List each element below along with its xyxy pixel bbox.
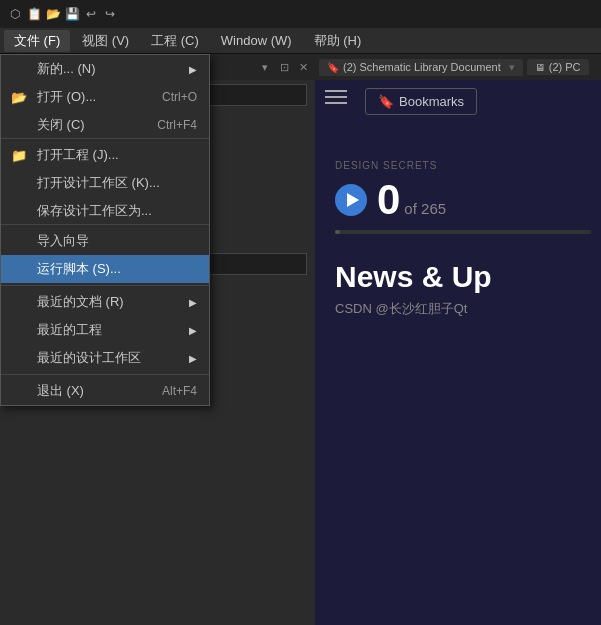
close-shortcut: Ctrl+F4 xyxy=(157,118,197,132)
web-tab-schematic[interactable]: 🔖 (2) Schematic Library Document ▾ xyxy=(319,59,523,76)
bookmarks-button[interactable]: 🔖 Bookmarks xyxy=(365,88,477,115)
dropdown-label-close: 关闭 (C) xyxy=(37,116,85,134)
dropdown-item-exit[interactable]: 退出 (X) Alt+F4 xyxy=(1,377,209,405)
tab-controls: ▾ ⊡ ✕ xyxy=(257,59,311,75)
design-secrets-section: DESIGN SECRETS 0 of 265 xyxy=(335,160,591,221)
pc-tab-icon: 🖥 xyxy=(535,62,545,73)
hamburger-line-1 xyxy=(325,90,347,92)
tab-ctrl-dropdown[interactable]: ▾ xyxy=(257,59,273,75)
dropdown-label-open-project: 打开工程 (J)... xyxy=(37,146,119,164)
dropdown-item-open-project[interactable]: 📁 打开工程 (J)... xyxy=(1,141,209,169)
file-dropdown-menu: 新的... (N) ▶ 📂 打开 (O)... Ctrl+O 关闭 (C) Ct… xyxy=(0,54,210,406)
tb-redo[interactable]: ↪ xyxy=(103,7,117,21)
tb-icon-3[interactable]: 💾 xyxy=(65,7,79,21)
dropdown-item-close[interactable]: 关闭 (C) Ctrl+F4 xyxy=(1,111,209,139)
open-shortcut: Ctrl+O xyxy=(162,90,197,104)
hamburger-line-2 xyxy=(325,96,347,98)
menu-file[interactable]: 文件 (F) xyxy=(4,30,70,52)
web-tab-pc[interactable]: 🖥 (2) PC xyxy=(527,59,589,75)
dropdown-label-open: 打开 (O)... xyxy=(37,88,96,106)
recent-projects-arrow: ▶ xyxy=(189,325,197,336)
menu-bar: 文件 (F) 视图 (V) 工程 (C) Window (W) 帮助 (H) xyxy=(0,28,601,54)
dropdown-divider-1 xyxy=(1,285,209,286)
dropdown-label-recent-workspaces: 最近的设计工作区 xyxy=(37,349,141,367)
app-icon: ⬡ xyxy=(8,7,22,21)
dropdown-label-exit: 退出 (X) xyxy=(37,382,84,400)
tb-undo[interactable]: ↩ xyxy=(84,7,98,21)
menu-window[interactable]: Window (W) xyxy=(211,31,302,50)
news-section: News & Up CSDN @长沙红胆子Qt xyxy=(335,260,591,318)
progress-bar-fill xyxy=(335,230,340,234)
arrow-icon: ▶ xyxy=(189,64,197,75)
tb-icon-2[interactable]: 📂 xyxy=(46,7,60,21)
right-panel: 🔖 (2) Schematic Library Document ▾ 🖥 (2)… xyxy=(315,54,601,625)
dropdown-item-open[interactable]: 📂 打开 (O)... Ctrl+O xyxy=(1,83,209,111)
progress-bar xyxy=(335,230,591,234)
counter-of: of 265 xyxy=(404,200,446,217)
bookmarks-label: Bookmarks xyxy=(399,94,464,109)
dropdown-item-recent-workspaces[interactable]: 最近的设计工作区 ▶ xyxy=(1,344,209,372)
menu-help[interactable]: 帮助 (H) xyxy=(304,30,372,52)
web-content: 🔖 Bookmarks DESIGN SECRETS 0 of 265 xyxy=(315,80,601,625)
dropdown-item-recent-projects[interactable]: 最近的工程 ▶ xyxy=(1,316,209,344)
dropdown-item-save-workspace[interactable]: 保存设计工作区为... xyxy=(1,197,209,225)
bookmark-tab-icon: 🔖 xyxy=(327,62,339,73)
tb-icon-1[interactable]: 📋 xyxy=(27,7,41,21)
hamburger-line-3 xyxy=(325,102,347,104)
dropdown-item-new[interactable]: 新的... (N) ▶ xyxy=(1,55,209,83)
dropdown-label-recent-projects: 最近的工程 xyxy=(37,321,102,339)
tab-ctrl-float[interactable]: ⊡ xyxy=(276,59,292,75)
recent-workspaces-arrow: ▶ xyxy=(189,353,197,364)
open-icon: 📂 xyxy=(9,90,29,105)
dropdown-label-run-script: 运行脚本 (S)... xyxy=(37,260,121,278)
news-title: News & Up xyxy=(335,260,591,294)
recent-docs-arrow: ▶ xyxy=(189,297,197,308)
dropdown-label-save-workspace: 保存设计工作区为... xyxy=(37,202,152,220)
tab-dropdown-icon[interactable]: ▾ xyxy=(509,61,515,74)
news-subtitle: CSDN @长沙红胆子Qt xyxy=(335,300,591,318)
dropdown-item-open-workspace[interactable]: 打开设计工作区 (K)... xyxy=(1,169,209,197)
menu-project[interactable]: 工程 (C) xyxy=(141,30,209,52)
menu-view[interactable]: 视图 (V) xyxy=(72,30,139,52)
web-tab-pc-label: (2) PC xyxy=(549,61,581,73)
hamburger-menu[interactable] xyxy=(325,90,347,104)
bookmark-icon: 🔖 xyxy=(378,94,394,109)
dropdown-label-recent-docs: 最近的文档 (R) xyxy=(37,293,124,311)
counter-text: 0 of 265 xyxy=(377,179,446,221)
dropdown-label-open-workspace: 打开设计工作区 (K)... xyxy=(37,174,160,192)
counter-number: 0 xyxy=(377,179,400,221)
title-bar-icons: ⬡ 📋 📂 💾 ↩ ↪ xyxy=(8,7,117,21)
dropdown-divider-2 xyxy=(1,374,209,375)
dropdown-label-new: 新的... (N) xyxy=(37,60,96,78)
play-button[interactable] xyxy=(335,184,367,216)
title-bar: ⬡ 📋 📂 💾 ↩ ↪ xyxy=(0,0,601,28)
open-project-icon: 📁 xyxy=(9,148,29,163)
dropdown-item-recent-docs[interactable]: 最近的文档 (R) ▶ xyxy=(1,288,209,316)
web-tab-label: (2) Schematic Library Document xyxy=(343,61,501,73)
dropdown-item-import[interactable]: 导入向导 xyxy=(1,227,209,255)
dropdown-item-run-script[interactable]: 运行脚本 (S)... xyxy=(1,255,209,283)
play-icon xyxy=(347,193,359,207)
web-tab-bar: 🔖 (2) Schematic Library Document ▾ 🖥 (2)… xyxy=(315,54,601,80)
dropdown-label-import: 导入向导 xyxy=(37,232,89,250)
design-secrets-label: DESIGN SECRETS xyxy=(335,160,591,171)
design-secrets-counter: 0 of 265 xyxy=(335,179,591,221)
exit-shortcut: Alt+F4 xyxy=(162,384,197,398)
tab-ctrl-close[interactable]: ✕ xyxy=(295,59,311,75)
